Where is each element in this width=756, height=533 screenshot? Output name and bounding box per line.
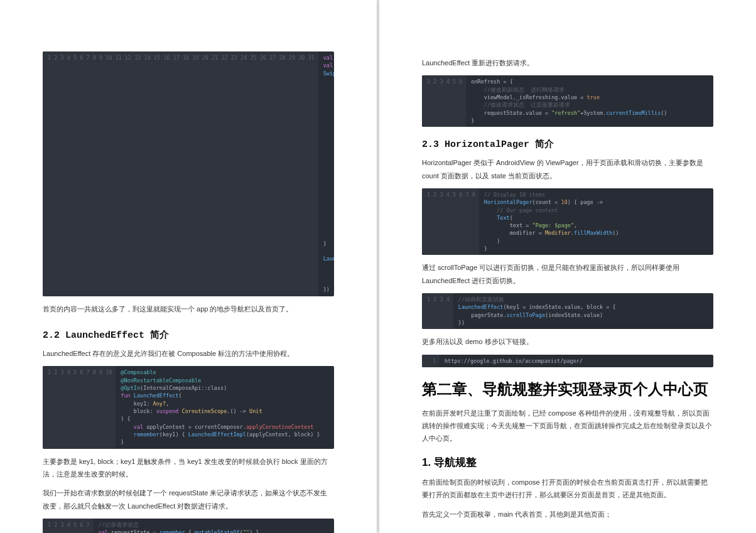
paragraph: 更多用法以及 demo 移步以下链接。: [422, 335, 713, 348]
paragraph: 在前面绘制页面的时候说到，compose 打开页面的时候会在当前页面直击打开，所…: [422, 476, 713, 502]
paragraph: 我们一开始在请求数据的时候创建了一个 requestState 来记录请求状态，…: [43, 487, 334, 512]
code-block-onrefresh: 1 2 3 4 5 6onRefresh = { //修改刷新状态 进行网络请求…: [422, 75, 713, 127]
paragraph: 在前面开发时只是注重了页面绘制，已经 compose 各种组件的使用，没有规整导…: [422, 407, 713, 445]
two-page-spread: 1 2 3 4 5 6 7 8 9 10 11 12 13 14 15 16 1…: [0, 0, 756, 533]
code-block-scroll-to-page: 1 2 3 4//动画和页面切换 LaunchedEffect(key1 = i…: [422, 293, 713, 329]
paragraph: 主要参数是 key1, block；key1 是触发条件，当 key1 发生改变…: [43, 455, 334, 481]
code-block-url: 1https://google.github.io/accompanist/pa…: [422, 355, 713, 367]
paragraph: 首页的内容一共就这么多了，到这里就能实现一个 app 的地步导航栏以及首页了。: [43, 303, 334, 315]
paragraph: 首先定义一个页面枚举，main 代表首页，其他则是其他页面；: [422, 508, 713, 520]
paragraph: LaunchedEffect 存在的意义是允许我们在被 Composable 标…: [43, 347, 334, 360]
chapter-2-title: 第二章、导航规整并实现登录页个人中心页: [422, 379, 713, 401]
page-right: LaunchedEffect 重新进行数据请求。 1 2 3 4 5 6onRe…: [379, 0, 756, 533]
heading-1-nav: 1. 导航规整: [422, 455, 713, 470]
paragraph: LaunchedEffect 重新进行数据请求。: [422, 57, 713, 69]
code-block-request-state: 1 2 3 4 5 6 7//记录请求状态 val requestState =…: [43, 519, 334, 533]
code-block-horizontal-pager: 1 2 3 4 5 6 7 8// Display 10 items Horiz…: [422, 188, 713, 256]
paragraph: 通过 scrollToPage 可以进行页面切换，但是只能在协程里面被执行，所以…: [422, 261, 713, 287]
heading-2-2: 2.2 LaunchedEffect 简介: [43, 329, 334, 341]
page-left: 1 2 3 4 5 6 7 8 9 10 11 12 13 14 15 16 1…: [0, 0, 377, 533]
paragraph: HorizontalPager 类似于 AndroidView 的 ViewPa…: [422, 156, 713, 182]
heading-2-3: 2.3 HorizontalPager 简介: [422, 138, 713, 150]
code-block-launched-effect-def: 1 2 3 4 5 6 7 8 9 10@Composable @NonRest…: [43, 366, 334, 448]
code-block-swipe-refresh: 1 2 3 4 5 6 7 8 9 10 11 12 13 14 15 16 1…: [43, 51, 334, 296]
